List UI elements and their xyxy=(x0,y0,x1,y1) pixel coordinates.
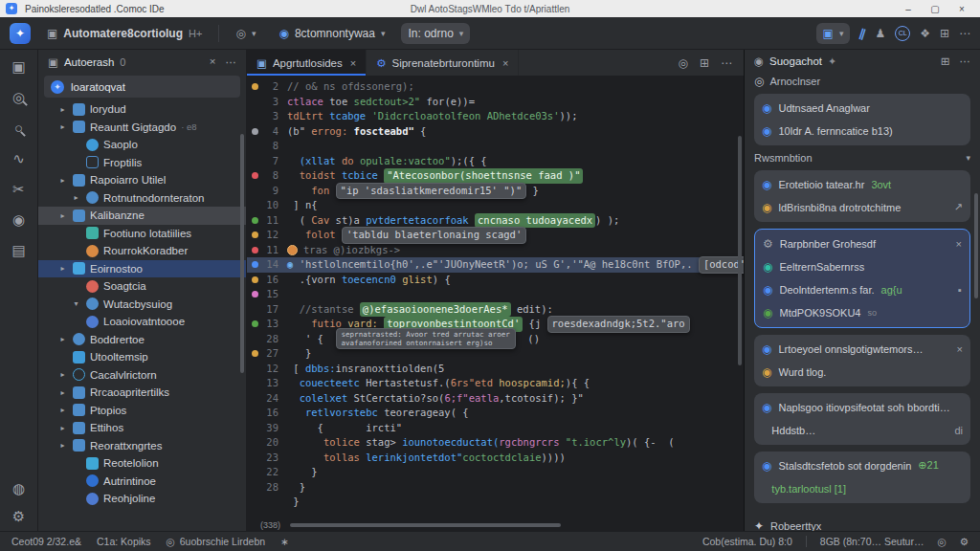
close-button[interactable]: × xyxy=(949,4,974,14)
gutter-dot-icon[interactable] xyxy=(252,320,258,327)
chevron-down-icon[interactable]: ▾ xyxy=(966,153,970,163)
profiler-icon[interactable]: ∿ xyxy=(12,151,25,165)
gutter-dot-icon[interactable] xyxy=(252,83,258,90)
tree-item[interactable]: ▸Kalibanzne xyxy=(38,207,246,225)
suggestion-card[interactable]: ◉Udtnsaed Anaglwar◉10ldr A. fernncatice … xyxy=(754,94,970,145)
expand-arrow-icon[interactable]: ▸ xyxy=(57,335,68,343)
maximize-button[interactable]: ▢ xyxy=(923,4,947,14)
card-row-link[interactable]: tyb.tarlootusl [1] xyxy=(771,483,846,495)
breakpoint-gutter[interactable] xyxy=(247,276,262,283)
camera-icon[interactable]: ◉ xyxy=(12,212,25,227)
split-icon[interactable]: ◎ xyxy=(678,56,687,70)
search-settings-icon[interactable]: ◎ xyxy=(12,90,25,104)
expand-arrow-icon[interactable]: ▸ xyxy=(57,406,68,414)
gutter-dot-icon[interactable] xyxy=(252,261,258,268)
services-icon[interactable]: ❖ xyxy=(920,27,930,40)
card-row[interactable]: ◉Deolntdertenm.s far.ag{u▪ xyxy=(763,280,962,299)
vcs-dropdown[interactable]: ◎ ▾ xyxy=(229,23,262,44)
suggestion-card[interactable]: ◉Erotetioio tatear.hr 3ovt◉ldBrisnbi8na … xyxy=(754,170,970,222)
search-icon[interactable]: ○ xyxy=(14,121,23,135)
card-row[interactable]: ⚙Rarpbnber Grohesdf× xyxy=(763,234,962,253)
settings-icon[interactable]: ⚙ xyxy=(12,509,25,523)
card-row[interactable]: ◉Lrtoeyoel onnslgotigwtemors…× xyxy=(762,340,963,359)
card-row[interactable]: tyb.tarlootusl [1] xyxy=(762,479,963,498)
expand-arrow-icon[interactable]: ▸ xyxy=(57,176,68,185)
status-item[interactable]: Ceot09 2/32.e& xyxy=(11,536,81,547)
tree-item[interactable]: ▸Reorattxngrtes xyxy=(38,437,246,455)
gutter-dot-icon[interactable] xyxy=(252,128,258,135)
expand-arrow-icon[interactable]: ▾ xyxy=(71,299,81,308)
project-scrollbar[interactable] xyxy=(240,134,244,373)
tree-item[interactable]: ▸Boddrertoe xyxy=(38,331,246,349)
card-row[interactable]: ◉Udtnsaed Anaglwar xyxy=(762,99,963,118)
minimize-button[interactable]: – xyxy=(896,4,921,14)
breakpoint-gutter[interactable] xyxy=(247,172,262,179)
expand-arrow-icon[interactable]: ▸ xyxy=(57,122,68,131)
tree-item[interactable]: ▸Ettihos xyxy=(38,419,246,437)
card-row[interactable]: ◉Erotetioio tatear.hr 3ovt xyxy=(762,175,963,194)
more-icon[interactable]: ⋯ xyxy=(959,27,970,40)
tree-item[interactable]: ▾Wutacbysuiog xyxy=(38,296,246,314)
tree-item[interactable]: ▸Eoirnostoo xyxy=(38,260,246,278)
tree-item[interactable]: ▸Rrcaoapritertilks xyxy=(38,384,246,402)
status-item[interactable]: C1a: Kopiks xyxy=(97,536,151,547)
tab-apgrtutlosides[interactable]: ▣ Apgrtutlosides × xyxy=(247,50,367,76)
module-dropdown[interactable]: ◉ 8ctomnontywaa ▾ xyxy=(272,23,391,44)
gutter-dot-icon[interactable] xyxy=(252,276,258,283)
status-item[interactable]: ◎ xyxy=(937,536,946,547)
section-header-arnoclnser[interactable]: ◎Arnoclnser xyxy=(754,76,970,87)
tree-item[interactable]: Utooltemsip xyxy=(38,348,246,366)
suggestion-card[interactable]: ◉Naplsgoo itiovpsifeotat soh bbordti… Hd… xyxy=(754,393,970,445)
horizontal-scrollbar[interactable] xyxy=(290,523,561,527)
expand-arrow-icon[interactable]: ▸ xyxy=(57,105,68,114)
tree-item[interactable]: ▸lorydud xyxy=(38,100,246,119)
close-icon[interactable]: × xyxy=(956,238,962,250)
status-item[interactable]: Cob(estima. Du) 8:0 xyxy=(702,536,792,547)
more-icon[interactable]: ⋯ xyxy=(226,55,237,69)
status-item[interactable]: ∗ xyxy=(280,536,289,547)
tree-item[interactable]: ▸Ptopios xyxy=(38,402,246,420)
breakpoint-gutter[interactable] xyxy=(247,231,262,238)
breakpoint-gutter[interactable] xyxy=(247,291,262,298)
suggestion-card[interactable]: ⚙Rarpbnber Grohesdf×◉EeltrernSabernrss◉D… xyxy=(754,229,970,328)
card-row[interactable]: ◉Naplsgoo itiovpsifeotat soh bbordti… xyxy=(762,398,963,417)
tree-item[interactable]: ▸Rotnutnodornteraton xyxy=(38,189,246,208)
suggestion-card[interactable]: ◉Stalsdtcsfetob sot dorgdenin ⊕21 tyb.ta… xyxy=(754,452,970,503)
breakpoint-gutter[interactable] xyxy=(247,217,262,224)
run-config-dropdown[interactable]: In: odrno ▾ xyxy=(401,23,470,44)
project-widget[interactable]: ▣ Automatere8cortiolug H+ xyxy=(40,23,209,44)
breakpoint-gutter[interactable] xyxy=(247,261,262,268)
suggestion-card[interactable]: ◉Lrtoeyoel onnslgotigwtemors…×◉Wurd tlog… xyxy=(754,335,970,386)
close-icon[interactable]: × xyxy=(350,57,356,69)
tree-item[interactable]: Loaoiovatntoooe xyxy=(38,313,246,331)
gutter-dot-icon[interactable] xyxy=(252,350,258,357)
status-item[interactable]: ⚙ xyxy=(960,536,969,547)
gutter-dot-icon[interactable] xyxy=(252,172,258,179)
card-row-action-icon[interactable]: ↗ xyxy=(954,201,963,213)
layout-icon[interactable]: ⊞ xyxy=(940,27,949,40)
tree-item[interactable]: Reotelolion xyxy=(38,454,246,473)
card-row[interactable]: ◉EeltrernSabernrss xyxy=(763,257,962,276)
breakpoint-gutter[interactable] xyxy=(247,83,262,90)
tree-item[interactable]: Reohjoline xyxy=(38,490,246,508)
coverage-icon[interactable]: CL xyxy=(895,26,910,41)
more-icon[interactable]: ⋯ xyxy=(721,56,732,70)
card-row[interactable]: ◉MtdPOK9SOKU4 so xyxy=(763,303,962,322)
more-icon[interactable]: ⋯ xyxy=(960,55,971,68)
help-icon[interactable]: ◍ xyxy=(12,481,25,496)
tree-item[interactable]: Froptilis xyxy=(38,154,246,172)
gutter-dot-icon[interactable] xyxy=(252,217,258,224)
card-row[interactable]: ◉Stalsdtcsfetob sot dorgdenin ⊕21 xyxy=(762,456,963,475)
compare-icon[interactable]: ⊞ xyxy=(700,56,709,70)
card-row-action-icon[interactable]: ▪ xyxy=(958,284,962,296)
status-item[interactable]: ◎6uobrschie Lirdebn xyxy=(167,536,265,547)
tree-item[interactable]: Footiuno lotatiilies xyxy=(38,225,246,243)
breakpoint-gutter[interactable] xyxy=(247,320,262,327)
expand-arrow-icon[interactable]: ▸ xyxy=(57,370,68,379)
run-button-group[interactable]: ▣ ▾ xyxy=(816,23,851,44)
project-icon[interactable]: ▣ xyxy=(11,59,25,74)
tree-item[interactable]: ▸Reauntt Gigtagdo· e8 xyxy=(38,119,246,137)
collapse-all-icon[interactable]: × xyxy=(210,55,216,69)
breakpoint-gutter[interactable] xyxy=(247,350,262,357)
status-item[interactable]: 8GB (8n:70… Seutur… xyxy=(820,536,924,547)
